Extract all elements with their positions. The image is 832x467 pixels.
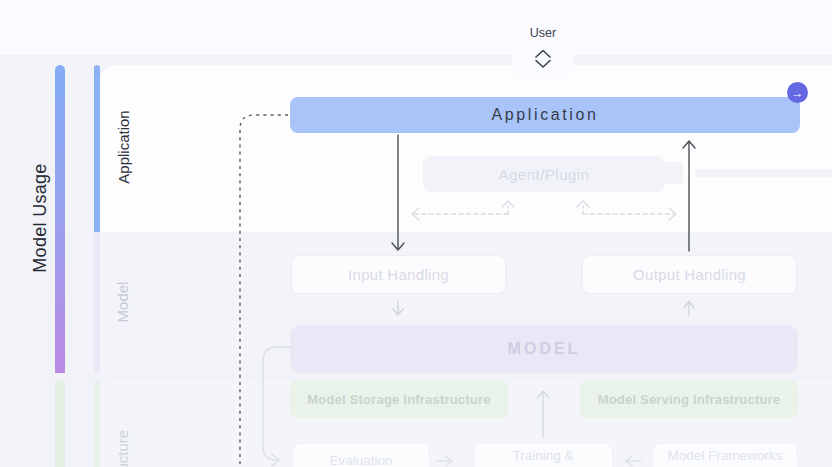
layer-label-model: Model xyxy=(114,282,131,323)
node-application[interactable]: Application xyxy=(290,97,800,133)
top-band xyxy=(0,0,832,55)
node-output-handling: Output Handling xyxy=(582,255,797,294)
layer-label-application: Application xyxy=(115,110,132,183)
model-accent-bar xyxy=(94,232,100,373)
model-usage-gradient-bar xyxy=(55,65,65,373)
infrastructure-group-bar xyxy=(55,380,65,467)
node-model-frameworks: Model Frameworks xyxy=(652,443,798,467)
node-model: MODEL xyxy=(290,325,798,373)
arrow-channel-mask xyxy=(683,156,695,192)
application-expand-button[interactable]: → xyxy=(787,82,808,103)
node-model-serving-infrastructure: Model Serving Infrastructure xyxy=(580,380,798,418)
model-usage-title: Model Usage xyxy=(30,163,51,272)
node-training: Training & xyxy=(473,443,613,467)
node-model-storage-infrastructure: Model Storage Infrastructure xyxy=(290,380,508,418)
arrow-right-icon: → xyxy=(792,87,804,99)
infrastructure-accent-bar xyxy=(94,380,100,467)
agent-plugin-connector-band xyxy=(695,169,832,177)
layer-label-infrastructure: Infrastructure xyxy=(114,430,131,467)
model-usage-diagram: Model Usage Application Model Infrastruc… xyxy=(0,0,832,467)
user-label: User xyxy=(530,26,556,40)
node-agent-plugin: Agent/Plugin xyxy=(423,156,665,192)
node-input-handling: Input Handling xyxy=(291,255,506,294)
node-evaluation: Evaluation xyxy=(292,443,430,467)
application-layer-panel xyxy=(100,65,832,232)
application-accent-bar xyxy=(94,65,100,232)
